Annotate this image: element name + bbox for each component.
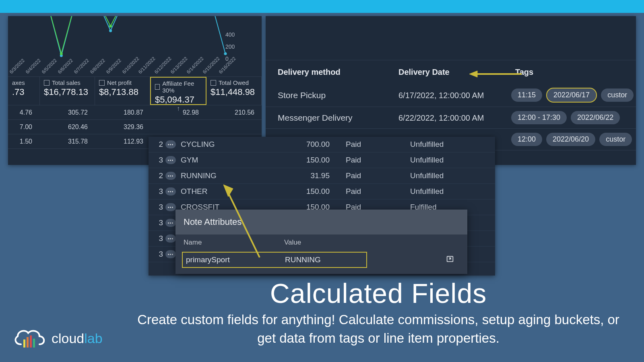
kpi-label: Net profit [107, 79, 132, 86]
category-row[interactable]: 3•••OTHER150.00PaidUnfulfilled [149, 184, 495, 200]
checkbox-icon[interactable] [99, 80, 105, 86]
kpi-label: axes [12, 79, 25, 86]
category-row[interactable]: 2•••RUNNING31.95PaidUnfulfilled [149, 168, 495, 184]
fulfillment-status: Unfulfilled [410, 187, 475, 196]
more-icon[interactable]: ••• [165, 156, 176, 164]
tag[interactable]: 11:15 [511, 88, 542, 102]
top-accent-bar [0, 0, 644, 13]
note-attributes-columns: Name Value [175, 234, 467, 250]
more-icon[interactable]: ••• [165, 203, 176, 211]
badge-count: 3 [153, 156, 165, 165]
svg-point-17 [60, 52, 63, 55]
svg-rect-34 [27, 337, 29, 348]
tag[interactable]: custor [599, 133, 632, 146]
tag[interactable]: 2022/06/17 [546, 88, 597, 103]
y-tick: 400 [225, 31, 235, 38]
table-row[interactable]: 4.76305.72180.8792.98210.56 [8, 105, 262, 120]
amount: 700.00 [293, 140, 346, 149]
y-tick: 200 [225, 43, 235, 50]
badge-count: 3 [153, 234, 165, 243]
delivery-row[interactable]: Messenger Delivery6/22/2022, 12:00:00 AM… [266, 107, 636, 129]
table-row[interactable]: 7.00620.46329.36 [8, 120, 262, 134]
kpi-affiliate-fee[interactable]: Affiliate Fee 30% $5,094.37 ↑ [150, 77, 206, 105]
kpi-value: .73 [12, 87, 35, 97]
note-attribute-row[interactable]: primarySport RUNNING [182, 251, 461, 268]
svg-rect-35 [30, 335, 32, 348]
delivery-date: 6/17/2022, 12:00:00 AM [398, 90, 503, 101]
svg-rect-33 [23, 339, 25, 348]
note-attributes-popup: Note Attributes Name Value primarySport … [175, 210, 467, 274]
open-in-new-icon[interactable] [446, 254, 454, 265]
tag[interactable]: custor [601, 88, 634, 102]
kpi-total-owed[interactable]: Total Owed $11,448.98 [206, 77, 262, 105]
svg-point-13 [224, 52, 227, 55]
col-delivery-date[interactable]: Delivery Date [398, 68, 503, 77]
delivery-row[interactable]: Store Pickup6/17/2022, 12:00:00 AM11:152… [266, 84, 636, 107]
delivery-method: Messenger Delivery [266, 113, 398, 123]
amount: 150.00 [293, 156, 346, 165]
badge-count: 2 [153, 140, 165, 149]
more-icon[interactable]: ••• [165, 234, 176, 243]
tag[interactable]: 12:00 - 17:30 [511, 111, 567, 124]
kpi-header-row: axes .73 Total sales $16,778.13 Net prof… [8, 76, 262, 105]
delivery-header-row: Delivery method Delivery Date Tags [266, 60, 636, 84]
more-icon[interactable]: ••• [165, 140, 176, 148]
col-tags[interactable]: Tags [503, 68, 533, 77]
category-row[interactable]: 2•••CYCLING700.00PaidUnfulfilled [149, 137, 495, 152]
marketing-title: Calculated Fields [129, 278, 628, 309]
kpi-label: Affiliate Fee 30% [162, 80, 202, 94]
col-delivery-method[interactable]: Delivery method [266, 68, 398, 77]
fulfillment-status: Unfulfilled [410, 156, 475, 165]
kpi-value: $5,094.37 [155, 95, 202, 105]
more-icon[interactable]: ••• [165, 172, 176, 180]
kpi-net-profit[interactable]: Net profit $8,713.88 [95, 77, 150, 105]
category-row[interactable]: 3•••GYM150.00PaidUnfulfilled [149, 152, 495, 168]
checkbox-icon[interactable] [44, 80, 50, 86]
payment-status: Paid [346, 171, 410, 180]
delivery-method: Store Pickup [266, 90, 398, 100]
fulfillment-status: Unfulfilled [410, 171, 475, 180]
checkbox-icon[interactable] [155, 84, 160, 90]
payment-status: Paid [346, 187, 410, 196]
cloudlab-logo: cloudlab [12, 327, 103, 350]
kpi-value: $11,448.98 [211, 87, 257, 97]
kpi-value: $8,713.88 [99, 87, 146, 97]
col-name: Name [184, 239, 284, 247]
kpi-taxes[interactable]: axes .73 [8, 77, 40, 105]
marketing-block: Calculated Fields Create custom fields f… [129, 278, 628, 348]
attr-value: RUNNING [285, 255, 321, 264]
checkbox-icon[interactable] [211, 80, 216, 86]
payment-status: Paid [346, 156, 410, 165]
col-value: Value [284, 239, 301, 247]
tag-list: 11:152022/06/17custor [503, 88, 634, 103]
badge-count: 3 [153, 218, 165, 227]
fulfillment-status: Unfulfilled [410, 140, 475, 149]
badge-count: 3 [153, 187, 165, 196]
kpi-label: Total Owed [219, 79, 249, 86]
arrow-up-icon: ↑ [155, 105, 202, 112]
badge-count: 2 [153, 171, 165, 180]
more-icon[interactable]: ••• [165, 219, 176, 227]
tag-list: 12:00 - 17:302022/06/22 [503, 111, 620, 124]
category-name: CYCLING [181, 140, 293, 149]
kpi-label: Total sales [52, 79, 80, 86]
note-attributes-title: Note Attributes [175, 210, 467, 234]
category-name: RUNNING [181, 171, 293, 180]
amount: 150.00 [293, 187, 346, 196]
svg-point-6 [109, 29, 112, 32]
category-name: GYM [181, 156, 293, 165]
more-icon[interactable]: ••• [165, 250, 176, 258]
tag[interactable]: 2022/06/22 [571, 111, 620, 124]
payment-status: Paid [346, 140, 410, 149]
kpi-total-sales[interactable]: Total sales $16,778.13 [40, 77, 95, 105]
trend-chart: 400 200 0 6/3/20226/4/20226/5/20226/6/20… [8, 16, 262, 76]
marketing-subtitle: Create custom fields for anything! Calcu… [129, 311, 628, 348]
logo-text: cloudlab [52, 331, 103, 346]
more-icon[interactable]: ••• [165, 187, 176, 195]
kpi-value: $16,778.13 [44, 87, 91, 97]
tag[interactable]: 2022/06/20 [546, 133, 595, 146]
tag[interactable]: 12:00 [511, 133, 542, 146]
svg-point-20 [109, 25, 112, 28]
tag-list: 12:002022/06/20custor [503, 133, 632, 146]
amount: 31.95 [293, 171, 346, 180]
